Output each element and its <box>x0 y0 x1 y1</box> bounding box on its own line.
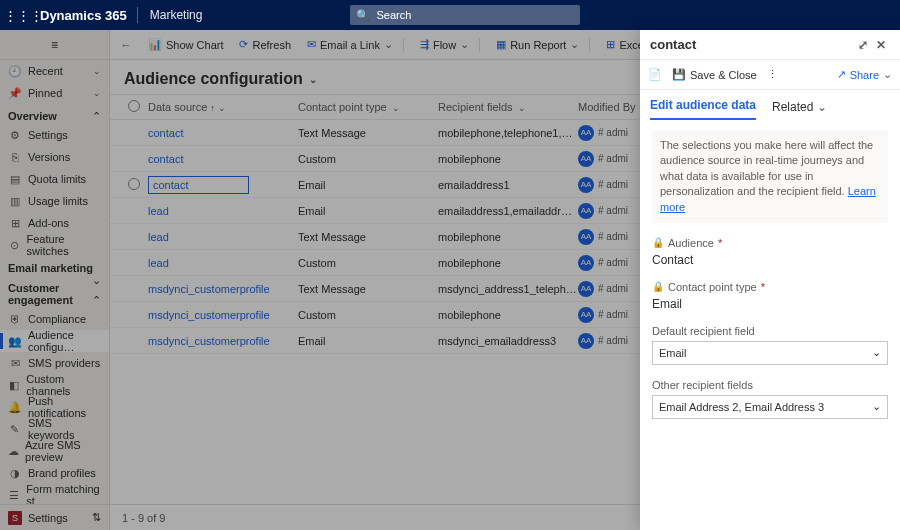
cell-cpt: Email <box>298 179 438 191</box>
nav-label: Versions <box>28 151 70 163</box>
nav-label: Custom channels <box>26 373 101 397</box>
excel-icon: ⊞ <box>606 38 615 51</box>
cell-cpt: Custom <box>298 257 438 269</box>
avatar: AA <box>578 203 594 219</box>
data-source-link[interactable]: contact <box>148 176 249 194</box>
nav-recent[interactable]: 🕘Recent⌄ <box>0 60 109 82</box>
chevron-down-icon: ⌄ <box>93 66 101 76</box>
shield-icon: ⛨ <box>8 313 22 325</box>
sort-asc-icon: ↑ <box>210 103 215 113</box>
col-data-source[interactable]: Data source↑⌄ <box>148 101 298 113</box>
data-source-link[interactable]: lead <box>148 257 169 269</box>
cell-cpt: Custom <box>298 309 438 321</box>
chevron-up-icon: ⌃ <box>92 294 101 307</box>
col-rf[interactable]: Recipient fields ⌄ <box>438 101 578 113</box>
nav-usage[interactable]: ▥Usage limits <box>0 190 109 212</box>
save-icon: 💾 <box>672 68 686 81</box>
cell-rf: emailaddress1,emailaddress2,e… <box>438 205 578 217</box>
info-box: The selections you make here will affect… <box>652 130 888 223</box>
tab-related[interactable]: Related ⌄ <box>772 100 827 120</box>
chevron-down-icon[interactable]: ⌄ <box>309 74 317 85</box>
nav-azure-sms[interactable]: ☁Azure SMS preview <box>0 440 109 462</box>
nav-pinned[interactable]: 📌Pinned⌄ <box>0 82 109 104</box>
nav-settings[interactable]: ⚙Settings <box>0 124 109 146</box>
sidebar: ≡ 🕘Recent⌄ 📌Pinned⌄ Overview⌃ ⚙Settings … <box>0 30 110 530</box>
chevron-down-icon: ⌄ <box>92 274 101 287</box>
nav-compliance[interactable]: ⛨Compliance <box>0 308 109 330</box>
other-recipient-select[interactable]: Email Address 2, Email Address 3⌄ <box>652 395 888 419</box>
new-icon[interactable]: 📄 <box>648 68 662 81</box>
chevron-down-icon: ⌄ <box>872 346 881 359</box>
cmd-flow[interactable]: ⇶Flow ⌄ <box>414 30 486 59</box>
data-source-link[interactable]: contact <box>148 153 183 165</box>
save-close-button[interactable]: 💾Save & Close <box>672 68 757 81</box>
brand: Dynamics 365 <box>34 8 133 23</box>
avatar: AA <box>578 333 594 349</box>
chevron-down-icon: ⌄ <box>390 103 401 113</box>
area-label: Settings <box>28 512 68 524</box>
nav-sms-keywords[interactable]: ✎SMS keywords <box>0 418 109 440</box>
data-source-link[interactable]: lead <box>148 205 169 217</box>
search-placeholder: Search <box>376 9 411 21</box>
nav-label: Recent <box>28 65 63 77</box>
refresh-icon: ⟳ <box>239 38 248 51</box>
chevron-down-icon: ⌄ <box>570 38 579 51</box>
data-source-link[interactable]: msdynci_customerprofile <box>148 309 270 321</box>
nav-label: SMS keywords <box>28 417 101 441</box>
area-switcher[interactable]: S Settings ⇅ <box>0 504 109 530</box>
field-cpt-label: 🔒Contact point type* <box>652 281 888 293</box>
data-source-link[interactable]: lead <box>148 231 169 243</box>
nav-label: Quota limits <box>28 173 86 185</box>
data-source-link[interactable]: msdynci_customerprofile <box>148 335 270 347</box>
search-icon: 🔍 <box>356 9 370 22</box>
global-search[interactable]: 🔍 Search <box>350 5 580 25</box>
divider <box>137 7 138 23</box>
cell-cpt: Email <box>298 205 438 217</box>
share-button[interactable]: ↗Share ⌄ <box>837 68 892 81</box>
nav-push[interactable]: 🔔Push notifications <box>0 396 109 418</box>
nav-custom-channels[interactable]: ◧Custom channels <box>0 374 109 396</box>
avatar: AA <box>578 255 594 271</box>
col-cpt[interactable]: Contact point type ⌄ <box>298 101 438 113</box>
cmd-run-report[interactable]: ▦Run Report ⌄ <box>490 30 596 59</box>
popout-icon[interactable]: ⤢ <box>854 38 872 52</box>
cmd-show-chart[interactable]: 📊Show Chart <box>142 30 229 59</box>
app-launcher-icon[interactable]: ⋮⋮⋮ <box>4 8 34 23</box>
nav-feature[interactable]: ⊙Feature switches <box>0 234 109 256</box>
nav-label: Usage limits <box>28 195 88 207</box>
cell-rf: mobilephone <box>438 257 578 269</box>
chevron-down-icon: ⌄ <box>384 38 393 51</box>
nav-brand[interactable]: ◑Brand profiles <box>0 462 109 484</box>
row-radio[interactable] <box>128 178 140 190</box>
nav-form-matching[interactable]: ☰Form matching st <box>0 484 109 506</box>
cmd-email-link[interactable]: ✉Email a Link ⌄ <box>301 30 410 59</box>
nav-versions[interactable]: ⎘Versions <box>0 146 109 168</box>
data-source-link[interactable]: msdynci_customerprofile <box>148 283 270 295</box>
field-default-label: Default recipient field <box>652 325 888 337</box>
data-source-link[interactable]: contact <box>148 127 183 139</box>
section-overview[interactable]: Overview⌃ <box>0 104 109 124</box>
select-all[interactable] <box>128 100 140 112</box>
chevron-down-icon: ⌄ <box>460 38 469 51</box>
nav-label: Pinned <box>28 87 62 99</box>
clock-icon: 🕘 <box>8 65 22 78</box>
cmd-refresh[interactable]: ⟳Refresh <box>233 30 297 59</box>
gear-icon: ⚙ <box>8 129 22 142</box>
close-icon[interactable]: ✕ <box>872 38 890 52</box>
cell-rf: msdynci_emailaddress3 <box>438 335 578 347</box>
more-icon[interactable]: ⋮ <box>767 68 778 81</box>
nav-addons[interactable]: ⊞Add-ons <box>0 212 109 234</box>
cell-cpt: Text Message <box>298 231 438 243</box>
nav-quota[interactable]: ▤Quota limits <box>0 168 109 190</box>
default-recipient-select[interactable]: Email⌄ <box>652 341 888 365</box>
cell-cpt: Text Message <box>298 127 438 139</box>
hamburger-icon[interactable]: ≡ <box>0 30 109 60</box>
nav-audience[interactable]: 👥Audience configu… <box>0 330 109 352</box>
section-email[interactable]: Email marketing⌄ <box>0 256 109 276</box>
tab-edit[interactable]: Edit audience data <box>650 98 756 120</box>
nav-sms-providers[interactable]: ✉SMS providers <box>0 352 109 374</box>
share-icon: ↗ <box>837 68 846 81</box>
chevron-up-icon: ⌃ <box>92 110 101 123</box>
addons-icon: ⊞ <box>8 217 22 230</box>
back-button[interactable]: ← <box>114 39 138 51</box>
